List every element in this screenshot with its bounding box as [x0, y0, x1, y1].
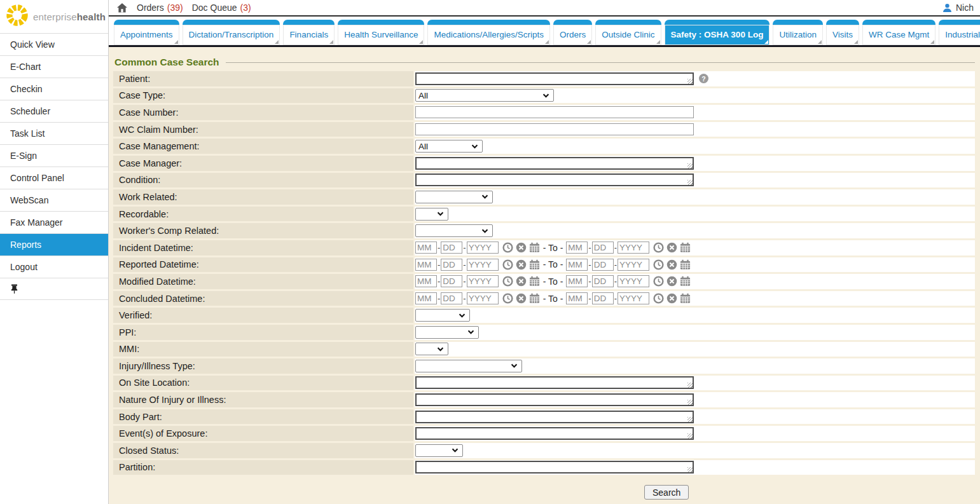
to-mm-input[interactable]	[566, 242, 588, 254]
to-mm-input[interactable]	[566, 292, 588, 304]
sidebar-item-e-chart[interactable]: E-Chart	[0, 55, 108, 78]
to-dd-input[interactable]	[592, 242, 614, 254]
sidebar-pin-toggle[interactable]	[0, 278, 108, 300]
calendar-icon[interactable]	[680, 293, 691, 304]
recordable-select[interactable]	[415, 208, 448, 221]
tab-outside-clinic[interactable]: Outside Clinic	[595, 20, 661, 45]
to-yyyy-input[interactable]	[618, 242, 649, 254]
calendar-icon[interactable]	[529, 242, 540, 253]
tab-industrial-hygiene[interactable]: Industrial Hygiene	[939, 20, 980, 45]
from-mm-input[interactable]	[415, 242, 437, 254]
patient-input[interactable]	[415, 72, 694, 85]
clock-icon[interactable]	[653, 276, 664, 287]
clear-icon[interactable]	[666, 293, 677, 304]
resize-grip[interactable]	[687, 180, 693, 185]
clear-icon[interactable]	[666, 259, 677, 270]
clear-icon[interactable]	[516, 259, 527, 270]
calendar-icon[interactable]	[680, 276, 691, 287]
orders-link[interactable]: Orders (39)	[137, 3, 183, 13]
to-yyyy-input[interactable]	[618, 259, 649, 271]
clock-icon[interactable]	[502, 293, 513, 304]
help-icon[interactable]: ?	[699, 74, 708, 83]
resize-grip[interactable]	[687, 433, 693, 439]
case-type-select[interactable]: All	[415, 89, 554, 102]
sidebar-item-webscan[interactable]: WebScan	[0, 189, 108, 211]
case-management-select[interactable]: All	[415, 140, 483, 153]
from-yyyy-input[interactable]	[467, 292, 499, 304]
clock-icon[interactable]	[502, 259, 513, 270]
tab-appointments[interactable]: Appointments	[114, 20, 179, 45]
body-part-input[interactable]	[415, 411, 694, 423]
verified-select[interactable]	[415, 309, 470, 322]
clock-icon[interactable]	[653, 293, 664, 304]
partition-input[interactable]	[415, 461, 694, 473]
to-mm-input[interactable]	[566, 275, 588, 287]
tab-financials[interactable]: Financials	[283, 20, 335, 45]
to-dd-input[interactable]	[592, 275, 614, 287]
ppi-select[interactable]	[415, 326, 479, 339]
tab-visits[interactable]: Visits	[826, 20, 859, 45]
condition-input[interactable]	[415, 174, 694, 186]
wc-claim-number-input[interactable]	[415, 123, 694, 135]
sidebar-item-e-sign[interactable]: E-Sign	[0, 144, 108, 167]
sidebar-item-reports[interactable]: Reports	[0, 233, 108, 255]
case-number-input[interactable]	[415, 106, 694, 118]
tab-wr-case-mgmt[interactable]: WR Case Mgmt	[862, 20, 935, 45]
sidebar-item-control-panel[interactable]: Control Panel	[0, 167, 108, 189]
nature-of-injury-or-illness-input[interactable]	[415, 393, 694, 406]
case-manager-input[interactable]	[415, 157, 694, 170]
mmi-select[interactable]	[415, 343, 448, 355]
tab-orders[interactable]: Orders	[553, 20, 592, 45]
sidebar-item-task-list[interactable]: Task List	[0, 122, 108, 144]
on-site-location-input[interactable]	[415, 376, 694, 389]
from-dd-input[interactable]	[441, 242, 462, 254]
clear-icon[interactable]	[666, 242, 677, 253]
sidebar-item-logout[interactable]: Logout	[0, 255, 108, 278]
user-menu[interactable]: Nich	[942, 3, 974, 13]
to-mm-input[interactable]	[566, 259, 588, 271]
closed-status-select[interactable]	[415, 444, 463, 457]
sidebar-item-checkin[interactable]: Checkin	[0, 78, 108, 100]
clock-icon[interactable]	[653, 242, 664, 253]
clear-icon[interactable]	[516, 276, 527, 287]
from-dd-input[interactable]	[441, 292, 462, 304]
tab-health-surveillance[interactable]: Health Surveillance	[338, 20, 424, 45]
from-dd-input[interactable]	[441, 275, 462, 287]
injury-illness-type-select[interactable]	[415, 360, 522, 372]
clock-icon[interactable]	[502, 276, 513, 287]
clock-icon[interactable]	[653, 259, 664, 270]
calendar-icon[interactable]	[680, 259, 691, 270]
resize-grip[interactable]	[687, 79, 693, 84]
tab-utilization[interactable]: Utilization	[773, 20, 823, 45]
resize-grip[interactable]	[687, 417, 693, 422]
tab-safety-osha-300-log[interactable]: Safety : OSHA 300 Log	[665, 20, 770, 45]
from-yyyy-input[interactable]	[467, 242, 499, 254]
from-mm-input[interactable]	[415, 292, 437, 304]
calendar-icon[interactable]	[529, 259, 540, 270]
from-yyyy-input[interactable]	[467, 275, 499, 287]
to-yyyy-input[interactable]	[618, 275, 649, 287]
clear-icon[interactable]	[516, 242, 527, 253]
to-dd-input[interactable]	[592, 292, 614, 304]
sidebar-item-scheduler[interactable]: Scheduler	[0, 100, 108, 122]
calendar-icon[interactable]	[529, 293, 540, 304]
tab-medications-allergies-scripts[interactable]: Medications/Allergies/Scripts	[427, 20, 550, 45]
home-icon[interactable]	[116, 3, 128, 13]
tab-dictation-transcription[interactable]: Dictation/Transcription	[183, 20, 280, 45]
clear-icon[interactable]	[516, 293, 527, 304]
event-s-of-exposure-input[interactable]	[415, 427, 694, 440]
calendar-icon[interactable]	[529, 276, 540, 287]
from-mm-input[interactable]	[415, 275, 437, 287]
to-dd-input[interactable]	[592, 259, 614, 271]
clear-icon[interactable]	[666, 276, 677, 287]
sidebar-item-quick-view[interactable]: Quick View	[0, 33, 108, 55]
resize-grip[interactable]	[687, 163, 693, 168]
search-button[interactable]: Search	[644, 485, 689, 500]
clock-icon[interactable]	[502, 242, 513, 253]
worker-s-comp-related-select[interactable]	[415, 224, 493, 237]
resize-grip[interactable]	[687, 383, 693, 388]
doc-queue-link[interactable]: Doc Queue (3)	[192, 3, 251, 13]
from-mm-input[interactable]	[415, 259, 437, 271]
resize-grip[interactable]	[687, 467, 693, 472]
calendar-icon[interactable]	[680, 242, 691, 253]
